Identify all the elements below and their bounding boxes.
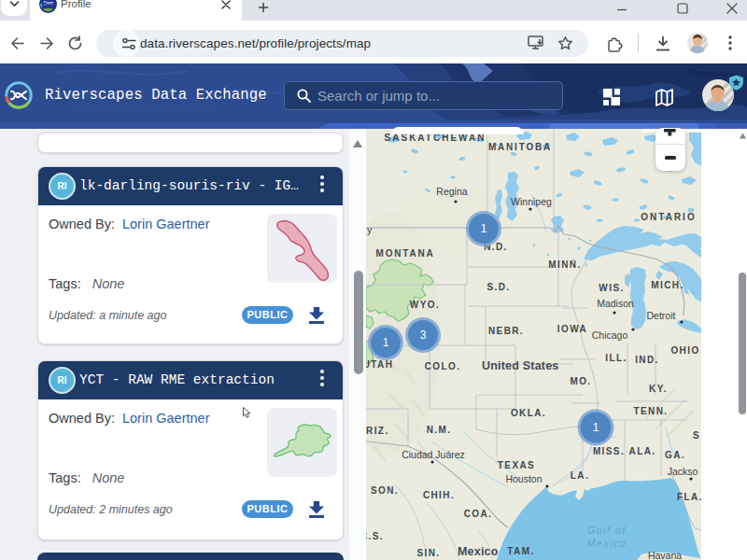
svg-text:NEBR.: NEBR. — [488, 326, 524, 336]
svg-text:FLA.: FLA. — [677, 492, 701, 502]
svg-text:SIN.: SIN. — [416, 548, 440, 558]
svg-text:GA.: GA. — [665, 450, 685, 460]
svg-text:TEXAS: TEXAS — [498, 460, 535, 470]
svg-text:SON.: SON. — [371, 485, 399, 496]
svg-text:Chicago: Chicago — [592, 329, 628, 341]
svg-text:ONTARIO: ONTARIO — [641, 212, 696, 222]
svg-text:ARIZ.: ARIZ. — [366, 426, 389, 436]
svg-text:N.M.: N.M. — [427, 425, 452, 435]
svg-text:Madison: Madison — [597, 298, 634, 309]
svg-text:ILL.: ILL. — [605, 353, 627, 363]
svg-text:MISS.: MISS. — [593, 446, 625, 456]
svg-text:1: 1 — [481, 222, 487, 235]
svg-text:MONTANA: MONTANA — [376, 248, 435, 259]
svg-text:Winnipeg: Winnipeg — [511, 196, 552, 207]
svg-text:UTAH: UTAH — [366, 359, 393, 370]
svg-text:IND.: IND. — [635, 355, 659, 365]
svg-text:Houston: Houston — [505, 473, 542, 484]
svg-text:OKLA.: OKLA. — [511, 408, 546, 418]
svg-text:S: S — [693, 430, 700, 441]
svg-text:CHIH.: CHIH. — [423, 490, 455, 500]
svg-text:Regina: Regina — [436, 186, 467, 197]
svg-text:y: y — [367, 224, 373, 235]
svg-text:COLO.: COLO. — [425, 361, 461, 371]
svg-text:WYO.: WYO. — [410, 300, 440, 310]
svg-text:IOWA: IOWA — [557, 324, 587, 334]
svg-text:COA.: COA. — [464, 509, 493, 519]
svg-text:B.C.S.: B.C.S. — [366, 531, 384, 541]
svg-text:Jackso: Jackso — [668, 466, 698, 477]
svg-text:TAM.: TAM. — [507, 546, 534, 556]
svg-text:Detroit: Detroit — [647, 310, 676, 321]
svg-text:3: 3 — [420, 329, 427, 342]
svg-text:Gulf of: Gulf of — [587, 525, 626, 536]
svg-text:1: 1 — [593, 421, 599, 434]
svg-text:LA.: LA. — [571, 470, 589, 481]
svg-text:S.D.: S.D. — [486, 282, 510, 292]
svg-text:ALA.: ALA. — [629, 446, 656, 456]
svg-text:MANITOBA: MANITOBA — [488, 142, 552, 152]
svg-text:Havana: Havana — [648, 550, 682, 560]
svg-text:MO.: MO. — [570, 376, 591, 386]
svg-text:WIS.: WIS. — [599, 283, 624, 293]
svg-text:Mexico: Mexico — [587, 538, 627, 549]
svg-text:Mexico: Mexico — [458, 545, 499, 558]
svg-text:KY.: KY. — [649, 384, 668, 394]
svg-text:1: 1 — [383, 336, 389, 349]
svg-text:TENN.: TENN. — [634, 406, 669, 416]
svg-text:United States: United States — [482, 359, 558, 372]
svg-text:OHIO: OHIO — [670, 345, 699, 356]
svg-text:Ciudad Juárez: Ciudad Juárez — [402, 449, 465, 460]
svg-text:MINN.: MINN. — [548, 259, 581, 270]
svg-text:MICH.: MICH. — [651, 280, 684, 290]
